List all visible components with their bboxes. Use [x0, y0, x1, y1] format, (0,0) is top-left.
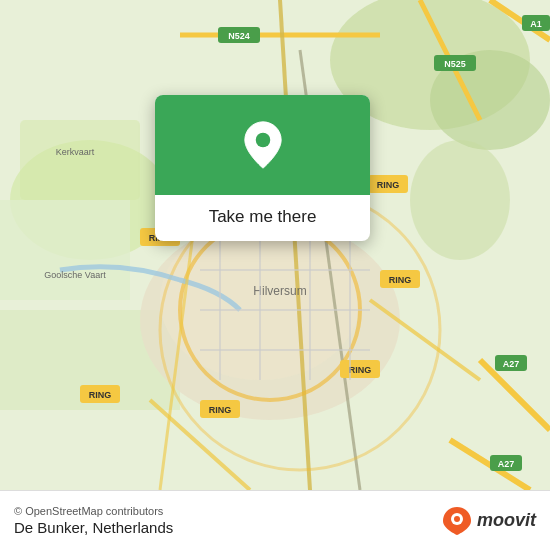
svg-point-57	[454, 516, 460, 522]
moovit-logo-icon	[441, 505, 473, 537]
moovit-logo: moovit	[441, 505, 536, 537]
moovit-text: moovit	[477, 510, 536, 531]
svg-rect-6	[0, 200, 130, 300]
popup-body: Take me there	[155, 195, 370, 241]
svg-text:A27: A27	[503, 359, 520, 369]
popup-card: Take me there	[155, 95, 370, 241]
svg-rect-5	[20, 120, 140, 200]
svg-text:RING: RING	[377, 180, 400, 190]
location-name: De Bunker, Netherlands	[14, 519, 173, 536]
svg-text:RING: RING	[389, 275, 412, 285]
svg-text:A1: A1	[530, 19, 542, 29]
bottom-bar: © OpenStreetMap contributors De Bunker, …	[0, 490, 550, 550]
svg-text:Hilversum: Hilversum	[253, 284, 306, 298]
location-pin-icon	[238, 120, 288, 170]
svg-text:RING: RING	[89, 390, 112, 400]
svg-text:N524: N524	[228, 31, 250, 41]
svg-text:Goolsche Vaart: Goolsche Vaart	[44, 270, 106, 280]
svg-point-54	[255, 133, 270, 148]
map-container[interactable]: RING RING RING RING RING RING N524 N525 …	[0, 0, 550, 490]
take-me-there-button[interactable]: Take me there	[175, 207, 350, 227]
svg-text:N525: N525	[444, 59, 466, 69]
svg-text:A27: A27	[498, 459, 515, 469]
popup-header	[155, 95, 370, 195]
svg-text:RING: RING	[349, 365, 372, 375]
svg-point-3	[410, 140, 510, 260]
svg-text:RING: RING	[209, 405, 232, 415]
osm-attribution: © OpenStreetMap contributors	[14, 505, 173, 517]
svg-text:Kerkvaart: Kerkvaart	[56, 147, 95, 157]
